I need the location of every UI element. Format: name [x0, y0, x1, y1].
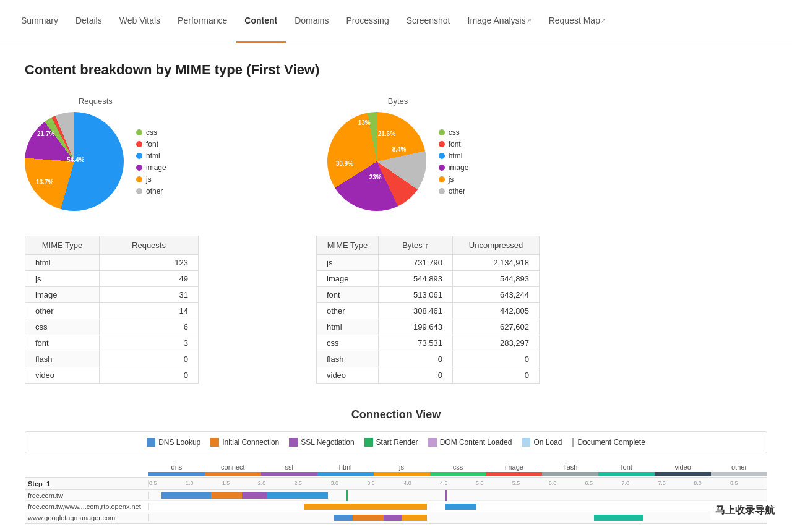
legend-initial-color	[210, 438, 219, 447]
branding: 马上收录导航	[710, 502, 780, 520]
row-3-bars	[149, 512, 767, 523]
requests-value-cell: 3	[100, 335, 199, 351]
bar-dns-1	[161, 492, 211, 499]
mime-type-cell: video	[25, 367, 100, 384]
legend-css: css	[136, 128, 166, 137]
charts-row: Requests 54.4% 21.7%	[25, 97, 767, 211]
mime-type-cell: image	[317, 271, 379, 287]
bytes-col-uncompressed: Uncompressed	[453, 236, 540, 255]
color-flash	[542, 472, 598, 476]
scale-6.0: 6.0	[549, 480, 557, 486]
bytes-legend-other: other	[439, 187, 469, 195]
color-video	[655, 472, 711, 476]
col-js: js	[374, 463, 430, 471]
color-font	[598, 472, 655, 476]
legend-dot-js	[136, 176, 142, 182]
bytes-legend-dot-css	[439, 129, 445, 135]
requests-table: MIME Type Requests html123js49image31oth…	[25, 236, 199, 384]
requests-pie-chart	[25, 112, 124, 211]
color-css	[430, 472, 486, 476]
table-row: image544,893544,893	[317, 271, 540, 287]
bytes-legend-label-css: css	[449, 128, 460, 137]
requests-value-cell: 0	[100, 367, 199, 384]
bar-html-2	[446, 504, 476, 510]
main-content: Content breakdown by MIME type (First Vi…	[0, 43, 792, 532]
nav-image-analysis[interactable]: Image Analysis	[459, 0, 540, 43]
legend-dns-label: DNS Lookup	[158, 438, 200, 447]
bytes-chart-title: Bytes	[388, 97, 408, 106]
legend-label-font: font	[146, 140, 158, 148]
scale-0.5: 0.5	[149, 480, 157, 486]
legend-other: other	[136, 187, 166, 195]
color-ssl	[261, 472, 317, 476]
legend-label-css: css	[146, 128, 157, 137]
bytes-legend-label-image: image	[449, 163, 469, 172]
col-ssl: ssl	[261, 463, 317, 471]
nav-content[interactable]: Content	[236, 0, 286, 43]
nav-request-map[interactable]: Request Map	[540, 0, 614, 43]
waterfall-empty-col	[25, 463, 148, 471]
scale-5.5: 5.5	[512, 480, 520, 486]
bytes-legend-label-font: font	[449, 140, 461, 148]
color-other	[711, 472, 767, 476]
bytes-legend-dot-other	[439, 188, 445, 194]
legend-dot-image	[136, 165, 142, 171]
legend-doc-complete-label: Document Complete	[577, 438, 645, 447]
legend-dot-font	[136, 141, 142, 147]
col-other: other	[711, 463, 767, 471]
page-title: Content breakdown by MIME type (First Vi…	[25, 62, 767, 78]
waterfall-color-bar	[25, 472, 767, 476]
requests-chart: Requests 54.4% 21.7%	[25, 97, 166, 211]
table-row: flash0	[25, 351, 199, 367]
table-row: video0	[25, 367, 199, 384]
legend-onload-label: On Load	[533, 438, 562, 447]
legend-dns: DNS Lookup	[147, 438, 200, 447]
nav-web-vitals[interactable]: Web Vitals	[111, 0, 169, 43]
requests-chart-area: 54.4% 21.7% 13.7% css font	[25, 112, 166, 211]
bytes-pie-chart	[327, 112, 426, 211]
legend-dns-color	[147, 438, 155, 447]
nav-details[interactable]: Details	[67, 0, 111, 43]
col-image: image	[486, 463, 542, 471]
uncompressed-value-cell: 283,297	[453, 335, 540, 351]
mime-type-cell: video	[317, 367, 379, 384]
bar-ssl-3	[384, 515, 402, 521]
bytes-legend-html: html	[439, 152, 469, 160]
waterfall-row-2: free.com.tw,www....com,rtb.openx.net	[25, 501, 767, 512]
table-row: html199,643627,602	[317, 319, 540, 335]
bytes-legend-image: image	[439, 163, 469, 172]
bytes-legend-label-other: other	[449, 187, 465, 195]
legend-label-html: html	[146, 152, 160, 160]
requests-col-count: Requests	[100, 236, 199, 255]
bytes-value-cell: 0	[379, 367, 453, 384]
mime-type-cell: font	[317, 287, 379, 303]
requests-pie: 54.4% 21.7% 13.7%	[25, 112, 124, 211]
nav-processing[interactable]: Processing	[337, 0, 397, 43]
nav-summary[interactable]: Summary	[12, 0, 67, 43]
legend-doc-complete-color	[572, 438, 574, 447]
row-3-domain: www.googletagmanager.com	[25, 514, 149, 521]
nav-screenshot[interactable]: Screenshot	[398, 0, 459, 43]
table-row: css6	[25, 319, 199, 335]
scale-3.5: 3.5	[367, 480, 375, 486]
waterfall-col-headers: dns connect ssl html js css image flash …	[25, 463, 767, 471]
legend-doc-complete: Document Complete	[572, 438, 645, 447]
requests-value-cell: 6	[100, 319, 199, 335]
row-2-bars	[149, 501, 767, 512]
col-font: font	[598, 463, 655, 471]
bar-font-3	[594, 515, 644, 521]
mime-type-cell: js	[25, 271, 100, 287]
nav-domains[interactable]: Domains	[286, 0, 337, 43]
uncompressed-value-cell: 544,893	[453, 271, 540, 287]
table-row: js731,7902,134,918	[317, 255, 540, 271]
connection-legend: DNS Lookup Initial Connection SSL Negoti…	[25, 431, 767, 453]
waterfall-container: Step_1 0.5 1.0 1.5 2.0 2.5 3.0 3.5 4.0 4…	[25, 477, 767, 524]
legend-dot-css	[136, 129, 142, 135]
scale-6.5: 6.5	[585, 480, 593, 486]
bytes-legend-label-html: html	[449, 152, 463, 160]
bytes-legend-dot-font	[439, 141, 445, 147]
bytes-value-cell: 73,531	[379, 335, 453, 351]
legend-html: html	[136, 152, 166, 160]
nav-performance[interactable]: Performance	[169, 0, 236, 43]
legend-dot-other	[136, 188, 142, 194]
